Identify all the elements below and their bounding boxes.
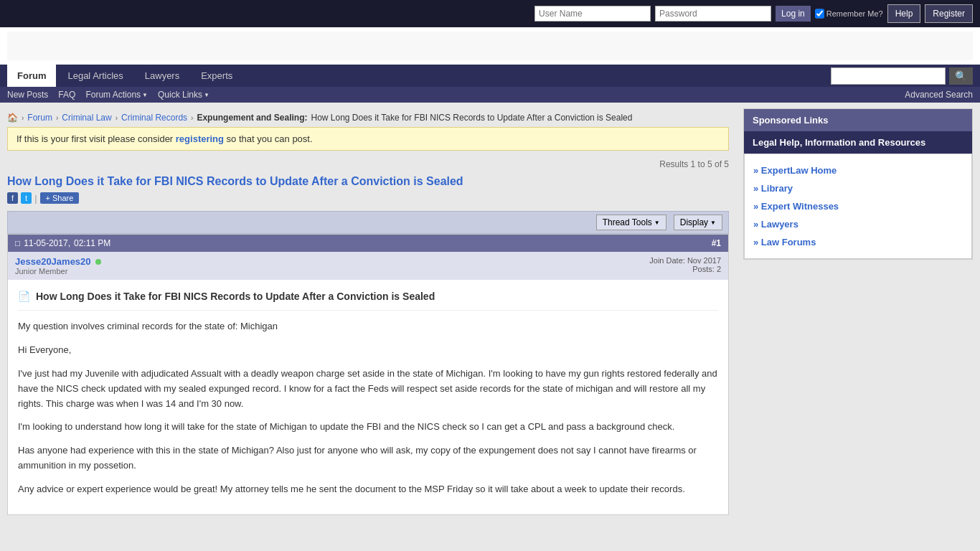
post-paragraph-2: Hi Everyone, (18, 343, 718, 358)
post-paragraph-6: Any advice or expert experience would be… (18, 482, 718, 497)
nav-tabs: Forum Legal Articles Lawyers Experts (7, 65, 242, 87)
post-paragraph-1: My question involves criminal records fo… (18, 319, 718, 334)
join-date-label: Join Date: (649, 256, 685, 265)
breadcrumb: 🏠 › Forum › Criminal Law › Criminal Reco… (7, 108, 729, 127)
thread-title: How Long Does it Take for FBI NICS Recor… (7, 175, 729, 188)
twitter-share-button[interactable]: t (21, 192, 32, 204)
nav-search: 🔍 (831, 67, 973, 85)
breadcrumb-criminal-law[interactable]: Criminal Law (62, 113, 111, 123)
content-area: 🏠 › Forum › Criminal Law › Criminal Reco… (0, 103, 736, 521)
share-button[interactable]: + Share (40, 192, 80, 204)
library-link[interactable]: Library (753, 179, 963, 197)
expertlaw-home-link[interactable]: ExpertLaw Home (753, 161, 963, 179)
join-date-value: Nov 2017 (687, 256, 721, 265)
login-button[interactable]: Log in (776, 6, 811, 22)
search-button[interactable]: 🔍 (949, 67, 973, 85)
social-share-bar: f t | + Share (7, 192, 729, 204)
calendar-icon: □ (15, 238, 20, 248)
register-button[interactable]: Register (925, 4, 973, 23)
thread-title-link[interactable]: How Long Does it Take for FBI NICS Recor… (7, 175, 463, 187)
advanced-search-link[interactable]: Advanced Search (905, 90, 973, 100)
first-visit-banner: If this is your first visit please consi… (7, 127, 729, 151)
quick-links-dropdown[interactable]: Quick Links (158, 90, 209, 100)
author-role: Junior Member (15, 267, 101, 276)
register-link[interactable]: registering (176, 133, 224, 144)
breadcrumb-forum[interactable]: Forum (27, 113, 52, 123)
faq-link[interactable]: FAQ (58, 90, 75, 100)
results-line: Results 1 to 5 of 5 (7, 156, 729, 175)
post-container: □ 11-05-2017, 02:11 PM #1 Jesse20James20… (7, 234, 729, 515)
online-indicator (95, 259, 101, 265)
nav-tab-forum[interactable]: Forum (7, 65, 56, 87)
legal-help-header: Legal Help, Information and Resources (744, 131, 972, 154)
sub-nav: New Posts FAQ Forum Actions Quick Links … (0, 87, 980, 103)
top-auth-bar: Log in Remember Me? Help Register (0, 0, 980, 27)
share-label: Share (52, 194, 73, 202)
sponsored-box: Sponsored Links Legal Help, Information … (743, 108, 973, 260)
post-paragraph-4: I'm looking to understand how long it wi… (18, 420, 718, 435)
nav-tab-lawyers[interactable]: Lawyers (135, 65, 189, 87)
facebook-share-button[interactable]: f (7, 192, 18, 204)
join-info: Join Date: Nov 2017 Posts: 2 (649, 256, 721, 273)
post-time-text: 02:11 PM (74, 238, 110, 248)
lawyers-link[interactable]: Lawyers (753, 215, 963, 233)
thread-tools-button[interactable]: Thread Tools (596, 215, 666, 230)
post-number: #1 (712, 238, 721, 248)
post-content: 📄 How Long Does it Take for FBI NICS Rec… (8, 280, 728, 514)
nav-tab-experts[interactable]: Experts (191, 65, 242, 87)
forum-actions-dropdown[interactable]: Forum Actions (85, 90, 148, 100)
password-input[interactable] (655, 6, 771, 22)
thread-tools-bar: Thread Tools Display (7, 211, 729, 234)
logo-bar (0, 27, 980, 65)
post-date-text: 11-05-2017, (24, 238, 70, 248)
main-container: 🏠 › Forum › Criminal Law › Criminal Reco… (0, 103, 980, 521)
law-forums-link[interactable]: Law Forums (753, 233, 963, 251)
nav-tab-legal-articles[interactable]: Legal Articles (57, 65, 133, 87)
post-date: □ 11-05-2017, 02:11 PM (15, 238, 110, 248)
username-input[interactable] (534, 6, 651, 22)
sidebar: Sponsored Links Legal Help, Information … (736, 103, 980, 521)
post-meta: Jesse20James20 Junior Member Join Date: … (8, 252, 728, 280)
new-posts-link[interactable]: New Posts (7, 90, 48, 100)
post-paragraph-3: I've just had my Juvenile with adjudicat… (18, 367, 718, 411)
display-button[interactable]: Display (674, 215, 722, 230)
nav-search-input[interactable] (831, 67, 946, 85)
sponsored-header: Sponsored Links (744, 109, 972, 131)
remember-me-checkbox[interactable] (815, 6, 824, 22)
posts-value: 2 (717, 265, 721, 273)
posts-label: Posts: (692, 265, 715, 273)
author-name[interactable]: Jesse20James20 (15, 256, 91, 267)
post-content-title: 📄 How Long Does it Take for FBI NICS Rec… (18, 288, 718, 311)
remember-me-label: Remember Me? (815, 6, 883, 22)
nav-bar: Forum Legal Articles Lawyers Experts 🔍 (0, 65, 980, 87)
document-icon: 📄 (18, 288, 30, 304)
expert-witnesses-link[interactable]: Expert Witnesses (753, 197, 963, 215)
home-icon[interactable]: 🏠 (7, 113, 18, 123)
post-header: □ 11-05-2017, 02:11 PM #1 (8, 235, 728, 252)
sidebar-links: ExpertLaw Home Library Expert Witnesses … (744, 154, 972, 259)
post-paragraph-5: Has anyone had experience with this in t… (18, 443, 718, 474)
help-button[interactable]: Help (887, 4, 921, 23)
breadcrumb-current-section: Expungement and Sealing: (197, 113, 307, 123)
sub-nav-left: New Posts FAQ Forum Actions Quick Links (7, 90, 209, 100)
breadcrumb-thread-title: How Long Does it Take for FBI NICS Recor… (311, 113, 632, 123)
breadcrumb-criminal-records[interactable]: Criminal Records (121, 113, 187, 123)
post-author-info: Jesse20James20 Junior Member (15, 256, 101, 276)
